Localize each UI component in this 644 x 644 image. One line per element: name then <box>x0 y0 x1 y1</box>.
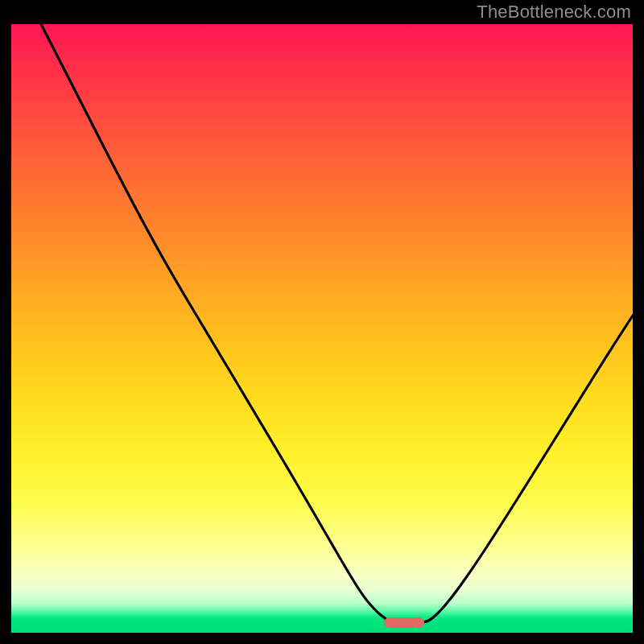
curve-svg <box>11 24 633 633</box>
plot-area <box>11 24 633 633</box>
chart-frame: TheBottleneck.com <box>0 0 644 644</box>
watermark-text: TheBottleneck.com <box>477 2 631 23</box>
optimum-marker <box>384 617 424 628</box>
bottleneck-curve <box>40 23 633 623</box>
